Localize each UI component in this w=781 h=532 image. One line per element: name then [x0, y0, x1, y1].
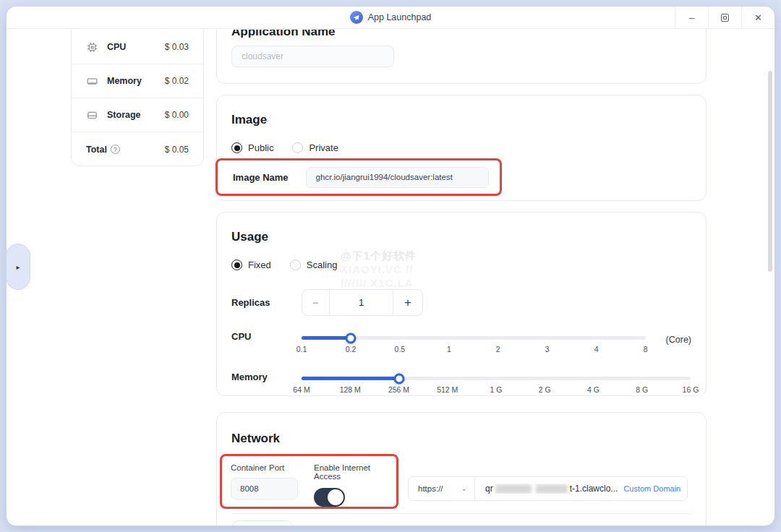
custom-domain-link[interactable]: Custom Domain — [623, 484, 680, 493]
radio-selected-icon — [231, 142, 242, 153]
cpu-label: CPU — [231, 331, 302, 342]
memory-slider-row: Memory 64 M 128 M 256 M 512 M 1 G 2 G 4 — [231, 372, 691, 403]
redacted-domain-text — [495, 484, 532, 494]
cpu-tick-label: 0.5 — [395, 345, 406, 353]
container-port-input[interactable] — [231, 478, 298, 499]
cost-label: CPU — [107, 42, 126, 52]
toggle-knob — [328, 489, 343, 505]
radio-unselected-icon — [292, 142, 303, 153]
image-name-input[interactable] — [306, 167, 489, 188]
memory-tick-label: 4 G — [587, 385, 599, 394]
memory-tick-label: 16 G — [683, 385, 699, 394]
radio-label: Public — [248, 142, 273, 153]
internet-access-toggle[interactable] — [314, 488, 345, 507]
radio-private[interactable]: Private — [292, 142, 338, 153]
cpu-tick-label: 4 — [594, 345, 599, 353]
domain-suffix: t-1.clawclo... — [570, 484, 618, 494]
add-port-button-partial[interactable] — [232, 520, 293, 525]
cpu-chip-icon — [86, 41, 98, 53]
replicas-decrement-button[interactable]: − — [302, 290, 330, 315]
internet-access-group: Enable Internet Access — [314, 463, 396, 507]
cpu-tick-label: 1 — [447, 345, 451, 353]
image-heading: Image — [231, 113, 691, 127]
radio-label: Fixed — [248, 259, 271, 270]
memory-slider-handle[interactable] — [393, 373, 404, 384]
help-icon[interactable]: ? — [111, 145, 120, 154]
memory-tick-label: 1 G — [490, 385, 503, 394]
replicas-value: 1 — [330, 290, 393, 315]
usage-card: Usage @下1个好软件 XIAOYI.VC // /////// X1C.L… — [216, 212, 707, 396]
close-button[interactable]: ✕ — [741, 7, 774, 28]
memory-slider: 64 M 128 M 256 M 512 M 1 G 2 G 4 G 8 G 1… — [302, 372, 691, 403]
radio-label: Private — [309, 142, 338, 153]
usage-heading: Usage — [231, 230, 691, 244]
memory-tick-label: 2 G — [539, 385, 551, 394]
domain-area: qr t-1.clawclo... Custom Domain — [475, 484, 687, 494]
highlight-box-network: Container Port Enable Internet Access — [220, 454, 398, 509]
cpu-unit-label: (Core) — [666, 335, 691, 345]
app-launchpad-icon — [350, 11, 363, 24]
cpu-slider-handle[interactable] — [345, 332, 356, 343]
container-port-label: Container Port — [231, 463, 298, 472]
cpu-slider: 0.1 0.2 0.5 1 2 3 4 8 — [302, 332, 646, 362]
sidebar-expand-handle[interactable]: ▸ — [6, 244, 30, 290]
restore-button[interactable] — [708, 7, 741, 28]
cost-row-total: Total ? $ 0.05 — [72, 132, 203, 166]
cpu-slider-row: CPU 0.1 0.2 0.5 1 2 3 4 8 — [231, 332, 691, 362]
cpu-tick-label: 0.1 — [296, 345, 307, 353]
minimize-button[interactable]: – — [675, 7, 708, 28]
cost-value: $ 0.03 — [165, 42, 189, 52]
image-card: Image Public Private Image Name — [216, 95, 707, 201]
cpu-tick-label: 2 — [496, 345, 500, 353]
radio-unselected-icon — [290, 259, 301, 270]
radio-public[interactable]: Public — [231, 142, 273, 153]
highlight-box-image-name: Image Name — [215, 158, 502, 196]
cpu-ticks: 0.1 0.2 0.5 1 2 3 4 8 — [302, 345, 646, 355]
window-content: CPU $ 0.03 Memory $ 0.02 Storage $ 0.00 … — [7, 30, 774, 525]
memory-label: Memory — [231, 372, 302, 382]
window-title: App Launchpad — [368, 12, 432, 22]
image-name-label: Image Name — [233, 172, 289, 183]
radio-fixed[interactable]: Fixed — [231, 259, 271, 270]
minimize-icon: – — [689, 12, 694, 23]
domain-prefix: qr — [485, 484, 493, 494]
cost-row-memory: Memory $ 0.02 — [72, 64, 203, 98]
application-name-input[interactable] — [231, 46, 394, 67]
cost-row-cpu: CPU $ 0.03 — [72, 30, 203, 64]
usage-mode-radios: Fixed Scaling — [231, 259, 691, 270]
memory-stick-icon — [86, 75, 98, 87]
cost-row-storage: Storage $ 0.00 — [72, 98, 203, 132]
radio-label: Scaling — [307, 259, 338, 270]
total-label: Total — [86, 145, 107, 155]
cost-summary-panel: CPU $ 0.03 Memory $ 0.02 Storage $ 0.00 … — [71, 30, 204, 166]
cost-label: Storage — [107, 110, 141, 120]
replicas-row: Replicas − 1 + — [231, 289, 691, 316]
memory-ticks: 64 M 128 M 256 M 512 M 1 G 2 G 4 G 8 G 1… — [302, 385, 691, 395]
protocol-select[interactable]: https:// ⌄ — [409, 477, 475, 500]
radio-scaling[interactable]: Scaling — [290, 259, 338, 270]
redacted-domain-text — [536, 484, 568, 494]
network-heading: Network — [231, 432, 691, 446]
replicas-increment-button[interactable]: + — [393, 290, 422, 315]
chevron-right-icon: ▸ — [16, 263, 20, 271]
application-name-heading: Application Name — [231, 30, 691, 39]
cost-value: $ 0.02 — [165, 76, 189, 86]
storage-drive-icon — [86, 109, 98, 121]
image-visibility-radios: Public Private — [231, 142, 691, 153]
divider — [231, 513, 691, 514]
scrollbar-thumb[interactable] — [768, 71, 772, 272]
memory-slider-fill — [302, 377, 399, 380]
container-port-group: Container Port — [231, 463, 298, 507]
total-value: $ 0.05 — [165, 145, 189, 155]
title-bar: App Launchpad – ✕ — [7, 7, 774, 29]
memory-tick-label: 64 M — [293, 385, 310, 394]
cpu-tick-label: 3 — [545, 345, 550, 353]
memory-tick-label: 512 M — [437, 385, 458, 394]
cost-value: $ 0.00 — [165, 110, 189, 120]
cost-label: Memory — [107, 76, 142, 86]
close-icon: ✕ — [754, 12, 762, 23]
window-controls: – ✕ — [675, 7, 774, 28]
cpu-slider-fill — [302, 336, 351, 340]
title-group: App Launchpad — [350, 11, 432, 24]
application-name-card: Application Name — [216, 30, 707, 84]
